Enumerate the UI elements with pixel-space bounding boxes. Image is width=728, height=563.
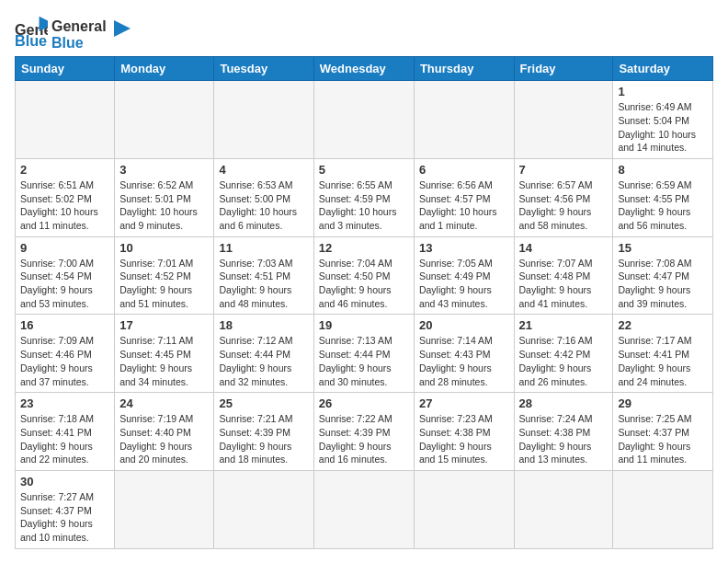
day-info: Sunrise: 6:59 AM Sunset: 4:55 PM Dayligh…	[618, 178, 708, 233]
calendar-day-cell: 11Sunrise: 7:03 AM Sunset: 4:51 PM Dayli…	[214, 236, 313, 315]
day-number: 19	[319, 318, 409, 332]
calendar-table: SundayMondayTuesdayWednesdayThursdayFrid…	[15, 56, 713, 549]
calendar-day-cell: 25Sunrise: 7:21 AM Sunset: 4:39 PM Dayli…	[214, 393, 313, 471]
day-number: 12	[319, 241, 409, 255]
day-info: Sunrise: 6:51 AM Sunset: 5:02 PM Dayligh…	[20, 178, 109, 233]
calendar-day-cell: 3Sunrise: 6:52 AM Sunset: 5:01 PM Daylig…	[115, 158, 214, 236]
day-number: 30	[20, 475, 109, 488]
calendar-day-cell	[414, 470, 514, 548]
calendar-day-cell: 17Sunrise: 7:11 AM Sunset: 4:45 PM Dayli…	[115, 315, 214, 393]
day-number: 10	[119, 241, 209, 255]
day-number: 24	[119, 396, 209, 410]
weekday-header-monday: Monday	[115, 57, 214, 81]
day-info: Sunrise: 7:11 AM Sunset: 4:45 PM Dayligh…	[119, 334, 209, 388]
day-info: Sunrise: 6:53 AM Sunset: 5:00 PM Dayligh…	[219, 178, 308, 233]
calendar-week-row: 2Sunrise: 6:51 AM Sunset: 5:02 PM Daylig…	[16, 158, 713, 236]
calendar-day-cell	[313, 81, 414, 159]
calendar-day-cell	[414, 81, 514, 159]
page-header: General Blue General Blue	[15, 15, 713, 51]
day-info: Sunrise: 7:12 AM Sunset: 4:44 PM Dayligh…	[219, 334, 308, 388]
day-number: 1	[618, 85, 708, 98]
calendar-week-row: 23Sunrise: 7:18 AM Sunset: 4:41 PM Dayli…	[16, 393, 713, 471]
day-number: 20	[419, 318, 509, 332]
calendar-day-cell: 29Sunrise: 7:25 AM Sunset: 4:37 PM Dayli…	[613, 393, 713, 471]
day-number: 17	[119, 318, 209, 332]
calendar-week-row: 9Sunrise: 7:00 AM Sunset: 4:54 PM Daylig…	[16, 236, 713, 315]
day-number: 4	[219, 163, 308, 177]
calendar-week-row: 16Sunrise: 7:09 AM Sunset: 4:46 PM Dayli…	[16, 315, 713, 393]
weekday-header-sunday: Sunday	[16, 57, 115, 81]
calendar-day-cell	[514, 470, 613, 548]
svg-marker-3	[114, 20, 131, 37]
calendar-day-cell: 24Sunrise: 7:19 AM Sunset: 4:40 PM Dayli…	[115, 393, 214, 471]
day-number: 23	[20, 396, 109, 410]
day-number: 29	[618, 396, 708, 410]
day-info: Sunrise: 7:13 AM Sunset: 4:44 PM Dayligh…	[319, 334, 409, 388]
calendar-day-cell: 12Sunrise: 7:04 AM Sunset: 4:50 PM Dayli…	[313, 236, 414, 315]
logo-icon: General Blue	[15, 17, 48, 50]
day-number: 2	[20, 163, 109, 177]
calendar-day-cell	[214, 81, 313, 159]
calendar-day-cell: 4Sunrise: 6:53 AM Sunset: 5:00 PM Daylig…	[214, 158, 313, 236]
logo-blue-text: Blue	[51, 35, 107, 52]
day-info: Sunrise: 7:03 AM Sunset: 4:51 PM Dayligh…	[219, 257, 308, 311]
day-number: 8	[618, 163, 708, 177]
calendar-day-cell: 26Sunrise: 7:22 AM Sunset: 4:39 PM Dayli…	[313, 393, 414, 471]
calendar-day-cell	[214, 470, 313, 548]
calendar-day-cell: 22Sunrise: 7:17 AM Sunset: 4:41 PM Dayli…	[613, 315, 713, 393]
weekday-header-thursday: Thursday	[414, 57, 514, 81]
calendar-day-cell: 19Sunrise: 7:13 AM Sunset: 4:44 PM Dayli…	[313, 315, 414, 393]
day-info: Sunrise: 7:07 AM Sunset: 4:48 PM Dayligh…	[519, 257, 609, 311]
day-info: Sunrise: 7:00 AM Sunset: 4:54 PM Dayligh…	[20, 257, 109, 311]
day-number: 6	[419, 163, 509, 177]
calendar-day-cell: 27Sunrise: 7:23 AM Sunset: 4:38 PM Dayli…	[414, 393, 514, 471]
calendar-day-cell	[514, 81, 613, 159]
day-info: Sunrise: 7:25 AM Sunset: 4:37 PM Dayligh…	[618, 412, 708, 466]
day-number: 9	[20, 241, 109, 255]
day-info: Sunrise: 7:18 AM Sunset: 4:41 PM Dayligh…	[20, 412, 109, 466]
day-info: Sunrise: 7:04 AM Sunset: 4:50 PM Dayligh…	[319, 257, 409, 311]
calendar-day-cell: 8Sunrise: 6:59 AM Sunset: 4:55 PM Daylig…	[613, 158, 713, 236]
calendar-day-cell: 15Sunrise: 7:08 AM Sunset: 4:47 PM Dayli…	[613, 236, 713, 315]
calendar-day-cell	[613, 470, 713, 548]
calendar-day-cell: 7Sunrise: 6:57 AM Sunset: 4:56 PM Daylig…	[514, 158, 613, 236]
day-number: 28	[519, 396, 609, 410]
day-number: 13	[419, 241, 509, 255]
day-info: Sunrise: 7:27 AM Sunset: 4:37 PM Dayligh…	[20, 490, 109, 545]
weekday-header-friday: Friday	[514, 57, 613, 81]
day-info: Sunrise: 6:57 AM Sunset: 4:56 PM Dayligh…	[519, 178, 609, 233]
calendar-day-cell	[115, 470, 214, 548]
day-info: Sunrise: 7:24 AM Sunset: 4:38 PM Dayligh…	[519, 412, 609, 466]
calendar-day-cell: 18Sunrise: 7:12 AM Sunset: 4:44 PM Dayli…	[214, 315, 313, 393]
day-number: 11	[219, 241, 308, 255]
day-number: 7	[519, 163, 609, 177]
calendar-day-cell: 28Sunrise: 7:24 AM Sunset: 4:38 PM Dayli…	[514, 393, 613, 471]
day-info: Sunrise: 7:17 AM Sunset: 4:41 PM Dayligh…	[618, 334, 708, 388]
weekday-header-row: SundayMondayTuesdayWednesdayThursdayFrid…	[16, 57, 713, 81]
day-info: Sunrise: 7:08 AM Sunset: 4:47 PM Dayligh…	[618, 257, 708, 311]
day-info: Sunrise: 7:19 AM Sunset: 4:40 PM Dayligh…	[119, 412, 209, 466]
day-number: 22	[618, 318, 708, 332]
calendar-day-cell: 5Sunrise: 6:55 AM Sunset: 4:59 PM Daylig…	[313, 158, 414, 236]
svg-text:Blue: Blue	[15, 32, 47, 49]
day-info: Sunrise: 6:56 AM Sunset: 4:57 PM Dayligh…	[419, 178, 509, 233]
day-number: 15	[618, 241, 708, 255]
calendar-day-cell: 14Sunrise: 7:07 AM Sunset: 4:48 PM Dayli…	[514, 236, 613, 315]
day-info: Sunrise: 7:22 AM Sunset: 4:39 PM Dayligh…	[319, 412, 409, 466]
day-info: Sunrise: 7:09 AM Sunset: 4:46 PM Dayligh…	[20, 334, 109, 388]
weekday-header-tuesday: Tuesday	[214, 57, 313, 81]
logo: General Blue General Blue	[15, 15, 132, 51]
day-info: Sunrise: 7:21 AM Sunset: 4:39 PM Dayligh…	[219, 412, 308, 466]
calendar-day-cell: 30Sunrise: 7:27 AM Sunset: 4:37 PM Dayli…	[16, 470, 115, 548]
calendar-day-cell: 6Sunrise: 6:56 AM Sunset: 4:57 PM Daylig…	[414, 158, 514, 236]
logo-general-text: General	[51, 18, 107, 35]
day-info: Sunrise: 7:23 AM Sunset: 4:38 PM Dayligh…	[419, 412, 509, 466]
day-number: 21	[519, 318, 609, 332]
weekday-header-saturday: Saturday	[613, 57, 713, 81]
day-info: Sunrise: 7:16 AM Sunset: 4:42 PM Dayligh…	[519, 334, 609, 388]
calendar-day-cell	[313, 470, 414, 548]
calendar-day-cell: 23Sunrise: 7:18 AM Sunset: 4:41 PM Dayli…	[16, 393, 115, 471]
day-info: Sunrise: 7:01 AM Sunset: 4:52 PM Dayligh…	[119, 257, 209, 311]
day-info: Sunrise: 7:14 AM Sunset: 4:43 PM Dayligh…	[419, 334, 509, 388]
day-info: Sunrise: 7:05 AM Sunset: 4:49 PM Dayligh…	[419, 257, 509, 311]
